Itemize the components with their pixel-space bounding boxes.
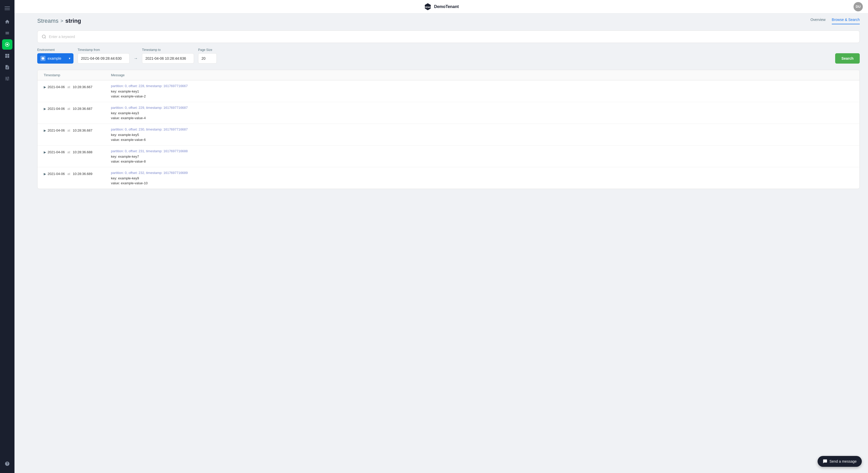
main-content: Streams > string Overview Browse & Searc… <box>29 13 868 473</box>
environment-filter-group: Environment example ▾ <box>37 48 73 64</box>
topbar: DEMO DemoTenant DU <box>14 0 868 13</box>
environment-select[interactable]: example ▾ <box>37 53 73 64</box>
svg-line-7 <box>45 37 45 38</box>
brand-name: DemoTenant <box>434 4 459 9</box>
column-timestamp: Timestamp <box>44 73 111 77</box>
timestamp-time-2: 10:28:36.687 <box>73 129 92 132</box>
breadcrumb-separator: > <box>61 19 63 24</box>
keyword-search-input[interactable] <box>49 35 855 39</box>
breadcrumb-current: string <box>65 18 81 24</box>
table-row: ▶ 2021-04-06 at 10:28:36.687 partition: … <box>37 102 860 124</box>
msg-value-2: value: example-value-6 <box>111 138 853 142</box>
msg-value-3: value: example-value-8 <box>111 160 853 163</box>
message-cell-0: partition: 0, offset: 228, timestamp: 16… <box>105 80 860 102</box>
msg-meta-2: partition: 0, offset: 230, timestamp: 16… <box>111 128 853 131</box>
tab-overview[interactable]: Overview <box>810 18 825 24</box>
message-cell-1: partition: 0, offset: 229, timestamp: 16… <box>105 102 860 124</box>
timestamp-at-4: at <box>67 172 70 176</box>
user-avatar[interactable]: DU <box>854 2 863 11</box>
row-expand-icon-4[interactable]: ▶ <box>44 172 46 176</box>
svg-point-6 <box>42 35 45 38</box>
msg-value-1: value: example-value-4 <box>111 116 853 120</box>
keyword-search-bar <box>37 31 860 43</box>
message-cell-4: partition: 0, offset: 232, timestamp: 16… <box>105 167 860 189</box>
send-message-label: Send a message <box>830 459 857 464</box>
timestamp-at-0: at <box>67 85 70 89</box>
page-size-label: Page Size <box>198 48 217 52</box>
environment-label: Environment <box>37 48 73 52</box>
dashboard-icon[interactable] <box>2 50 12 61</box>
row-expand-icon-0[interactable]: ▶ <box>44 85 46 89</box>
page-tabs: Overview Browse & Search <box>810 18 860 24</box>
msg-meta-3: partition: 0, offset: 231, timestamp: 16… <box>111 149 853 153</box>
svg-text:DEMO: DEMO <box>425 6 431 8</box>
timestamp-cell-4: ▶ 2021-04-06 at 10:28:36.689 <box>37 167 105 180</box>
timestamp-from-input[interactable] <box>78 53 130 64</box>
message-cell-3: partition: 0, offset: 231, timestamp: 16… <box>105 145 860 167</box>
msg-key-1: key: example-key3 <box>111 111 853 115</box>
svg-rect-2 <box>5 9 10 10</box>
table-row: ▶ 2021-04-06 at 10:28:36.689 partition: … <box>37 167 860 189</box>
home-icon[interactable] <box>2 16 12 27</box>
page-size-group: Page Size <box>198 48 217 64</box>
breadcrumb-parent[interactable]: Streams <box>37 18 58 24</box>
row-expand-icon-2[interactable]: ▶ <box>44 129 46 132</box>
svg-point-3 <box>6 44 8 45</box>
environment-caret-icon: ▾ <box>69 57 70 60</box>
timestamp-at-3: at <box>67 150 70 154</box>
msg-key-2: key: example-key5 <box>111 133 853 137</box>
timestamp-to-label: Timestamp to <box>142 48 194 52</box>
filters-row: Environment example ▾ Timestamp from → T… <box>37 48 860 64</box>
timestamp-cell-3: ▶ 2021-04-06 at 10:28:36.688 <box>37 145 105 158</box>
topics-icon[interactable] <box>2 39 12 49</box>
timestamp-cell-0: ▶ 2021-04-06 at 10:28:36.667 <box>37 80 105 93</box>
timestamp-date-3: 2021-04-06 <box>48 150 65 154</box>
menu-icon[interactable] <box>2 3 12 13</box>
timestamp-time-4: 10:28:36.689 <box>73 172 92 176</box>
chat-icon <box>823 459 827 464</box>
row-expand-icon-1[interactable]: ▶ <box>44 107 46 111</box>
msg-value-0: value: example-value-2 <box>111 94 853 98</box>
table-row: ▶ 2021-04-06 at 10:28:36.687 partition: … <box>37 124 860 145</box>
timestamp-at-1: at <box>67 107 70 111</box>
help-icon[interactable] <box>2 459 12 469</box>
timestamp-from-label: Timestamp from <box>78 48 130 52</box>
timestamp-arrow-icon: → <box>134 53 138 64</box>
timestamp-cell-1: ▶ 2021-04-06 at 10:28:36.687 <box>37 102 105 115</box>
settings-icon[interactable] <box>2 73 12 84</box>
send-message-button[interactable]: Send a message <box>817 456 862 467</box>
messages-table: Timestamp Message ▶ 2021-04-06 at 10:28:… <box>37 70 860 189</box>
timestamp-time-0: 10:28:36.667 <box>73 85 92 89</box>
msg-key-4: key: example-key9 <box>111 176 853 180</box>
timestamp-from-group: Timestamp from <box>78 48 130 64</box>
msg-value-4: value: example-value-10 <box>111 181 853 185</box>
timestamp-cell-2: ▶ 2021-04-06 at 10:28:36.687 <box>37 124 105 136</box>
msg-key-0: key: example-key1 <box>111 90 853 93</box>
page-header: Streams > string Overview Browse & Searc… <box>29 13 868 24</box>
table-header: Timestamp Message <box>37 70 860 80</box>
timestamp-date-0: 2021-04-06 <box>48 85 65 89</box>
page-size-input[interactable] <box>198 53 217 64</box>
column-message: Message <box>111 73 853 77</box>
msg-meta-0: partition: 0, offset: 228, timestamp: 16… <box>111 84 853 88</box>
breadcrumb: Streams > string <box>37 18 81 24</box>
timestamp-date-1: 2021-04-06 <box>48 107 65 111</box>
tab-browse-search[interactable]: Browse & Search <box>832 18 860 24</box>
row-expand-icon-3[interactable]: ▶ <box>44 150 46 154</box>
timestamp-time-3: 10:28:36.688 <box>73 150 92 154</box>
streams-icon[interactable] <box>2 28 12 38</box>
table-row: ▶ 2021-04-06 at 10:28:36.667 partition: … <box>37 80 860 102</box>
timestamp-time-1: 10:28:36.687 <box>73 107 92 111</box>
timestamp-date-4: 2021-04-06 <box>48 172 65 176</box>
message-cell-2: partition: 0, offset: 230, timestamp: 16… <box>105 124 860 145</box>
timestamp-to-group: Timestamp to <box>142 48 194 64</box>
table-row: ▶ 2021-04-06 at 10:28:36.688 partition: … <box>37 145 860 167</box>
sidebar <box>0 0 14 473</box>
search-icon <box>42 34 46 39</box>
brand-logo-icon: DEMO <box>424 3 432 11</box>
search-button[interactable]: Search <box>835 53 860 64</box>
documents-icon[interactable] <box>2 62 12 72</box>
timestamp-to-input[interactable] <box>142 53 194 64</box>
content-area: Environment example ▾ Timestamp from → T… <box>29 24 868 473</box>
brand: DEMO DemoTenant <box>424 3 459 11</box>
